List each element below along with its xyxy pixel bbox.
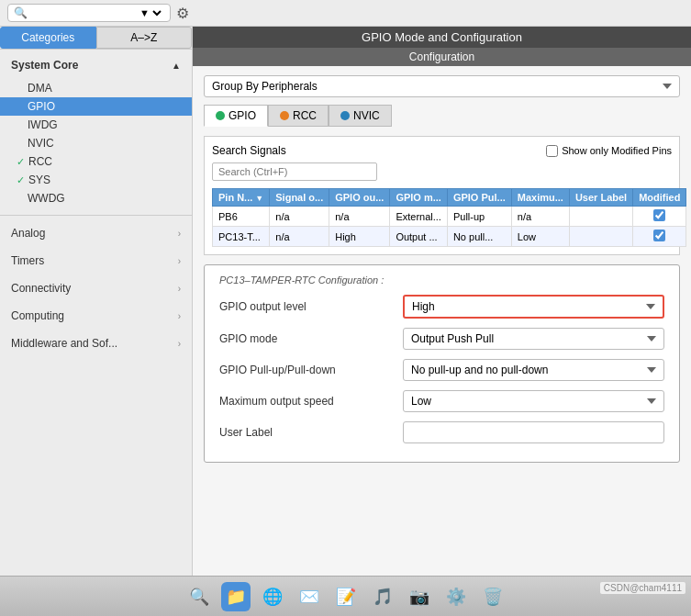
group-by-row: Group By Peripherals Group By IP (204, 75, 680, 97)
search-box[interactable]: 🔍 ▼ (7, 4, 171, 22)
sidebar-content: System Core ▲ DMA GPIO IWDG NVIC (0, 50, 192, 576)
gear-button[interactable]: ⚙ (176, 5, 189, 22)
config-section-title: PC13–TAMPER-RTC Configuration : (219, 274, 664, 286)
config-row-max-speed: Maximum output speed Low Medium High Ver… (219, 390, 664, 412)
tab-az[interactable]: A–>Z (96, 27, 193, 49)
computing-label: Computing (11, 309, 64, 322)
dock-photos[interactable]: 📷 (405, 582, 434, 611)
search-dropdown[interactable]: ▼ (136, 6, 164, 19)
sidebar-item-analog[interactable]: Analog › (0, 219, 192, 247)
divider-1 (0, 215, 192, 216)
middleware-arrow: › (178, 339, 181, 349)
col-modified[interactable]: Modified (633, 189, 686, 207)
user-label-label: User Label (219, 426, 403, 439)
connectivity-arrow: › (178, 284, 181, 294)
gpio-dot (216, 111, 225, 120)
pc13-config-section: PC13–TAMPER-RTC Configuration : GPIO out… (204, 264, 680, 463)
dock-browser[interactable]: 🌐 (258, 582, 287, 611)
col-signal[interactable]: Signal o... (270, 189, 329, 207)
group-by-select[interactable]: Group By Peripherals Group By IP (204, 75, 680, 97)
cell-gpio-mode-1: External... (390, 207, 448, 227)
sidebar-item-computing[interactable]: Computing › (0, 302, 192, 330)
cell-modified-2 (633, 227, 686, 247)
show-modified-label: Show only Modified Pins (562, 145, 672, 156)
col-gpio-mode[interactable]: GPIO m... (390, 189, 448, 207)
dock-folder[interactable]: 📁 (221, 582, 251, 611)
panel-title: GPIO Mode and Configuration (193, 27, 691, 48)
dock-trash[interactable]: 🗑️ (478, 582, 507, 611)
dock-mail[interactable]: ✉️ (295, 582, 324, 611)
output-level-select[interactable]: High Low (403, 295, 664, 319)
wwdg-label: WWDG (28, 192, 65, 205)
system-core-label: System Core (11, 59, 78, 72)
gpio-label: GPIO (28, 100, 55, 113)
iwdg-label: IWDG (28, 118, 58, 131)
cell-gpio-pull-2: No pull... (447, 227, 511, 247)
sidebar-item-iwdg[interactable]: IWDG (0, 116, 192, 134)
sidebar-item-connectivity[interactable]: Connectivity › (0, 274, 192, 302)
sidebar-tabs: Categories A–>Z (0, 27, 192, 50)
table-row[interactable]: PC13-T... n/a High Output ... No pull...… (213, 227, 686, 247)
cell-gpio-out-2: High (329, 227, 390, 247)
dock-settings[interactable]: ⚙️ (441, 582, 471, 611)
tab-gpio-label: GPIO (228, 109, 256, 122)
sidebar-item-gpio[interactable]: GPIO (0, 97, 192, 116)
sys-check: ✓ (17, 174, 25, 186)
timers-label: Timers (11, 254, 44, 267)
tab-rcc[interactable]: RCC (268, 105, 329, 127)
tab-categories[interactable]: Categories (0, 27, 96, 49)
dock: 🔍 📁 🌐 ✉️ 📝 🎵 📷 ⚙️ 🗑️ (0, 576, 691, 616)
show-modified-checkbox[interactable] (546, 145, 558, 157)
dock-finder[interactable]: 🔍 (184, 582, 214, 611)
sidebar-item-dma[interactable]: DMA (0, 79, 192, 97)
gpio-mode-label: GPIO mode (219, 332, 403, 345)
search-input[interactable] (31, 6, 132, 19)
cell-max-speed-1: n/a (511, 207, 569, 227)
config-content: Group By Peripherals Group By IP GPIO RC… (193, 66, 691, 576)
user-label-input[interactable] (403, 421, 664, 443)
tab-nvic[interactable]: NVIC (329, 105, 392, 127)
cell-modified-1 (633, 207, 686, 227)
system-core-items: DMA GPIO IWDG NVIC ✓ RCC (0, 75, 192, 211)
col-gpio-pull[interactable]: GPIO Pul... (447, 189, 511, 207)
cell-pin-2: PC13-T... (213, 227, 270, 247)
config-row-gpio-mode: GPIO mode Output Push Pull Output Open D… (219, 328, 664, 350)
max-speed-select[interactable]: Low Medium High Very High (403, 390, 664, 412)
system-core-section: System Core ▲ DMA GPIO IWDG NVIC (0, 53, 192, 211)
col-pin[interactable]: Pin N... ▼ (213, 189, 270, 207)
dock-notes[interactable]: 📝 (331, 582, 361, 611)
col-max-speed[interactable]: Maximu... (511, 189, 569, 207)
signals-search-input[interactable] (212, 162, 377, 181)
table-header-row: Pin N... ▼ Signal o... GPIO ou... GPIO m… (213, 189, 686, 207)
dock-music[interactable]: 🎵 (368, 582, 397, 611)
sys-label: SYS (28, 174, 50, 186)
sidebar: Categories A–>Z System Core ▲ DMA GPIO (0, 27, 193, 576)
tab-gpio[interactable]: GPIO (204, 105, 268, 127)
system-core-header[interactable]: System Core ▲ (0, 53, 192, 75)
cell-signal-1: n/a (270, 207, 329, 227)
sidebar-item-sys[interactable]: ✓ SYS (0, 171, 192, 189)
sidebar-item-nvic[interactable]: NVIC (0, 134, 192, 152)
config-bar: Configuration (193, 48, 691, 66)
sidebar-item-middleware[interactable]: Middleware and Sof... › (0, 330, 192, 357)
nvic-dot (340, 111, 350, 120)
config-row-pullup: GPIO Pull-up/Pull-down No pull-up and no… (219, 359, 664, 381)
col-gpio-out[interactable]: GPIO ou... (329, 189, 390, 207)
conf-tabs: GPIO RCC NVIC (204, 105, 680, 127)
pullup-select[interactable]: No pull-up and no pull-down Pull-up Pull… (403, 359, 664, 381)
col-user-label[interactable]: User Label (569, 189, 632, 207)
signals-section: Search Signals Show only Modified Pins P… (204, 136, 680, 255)
sidebar-item-timers[interactable]: Timers › (0, 247, 192, 274)
top-bar: 🔍 ▼ ⚙ (0, 0, 691, 27)
cell-user-label-2 (569, 227, 632, 247)
output-level-label: GPIO output level (219, 300, 403, 313)
sidebar-item-wwdg[interactable]: WWDG (0, 189, 192, 207)
table-row[interactable]: PB6 n/a n/a External... Pull-up n/a (213, 207, 686, 227)
gpio-mode-select[interactable]: Output Push Pull Output Open Drain (403, 328, 664, 350)
nvic-label: NVIC (28, 137, 54, 150)
system-core-chevron: ▲ (172, 61, 181, 71)
sidebar-item-rcc[interactable]: ✓ RCC (0, 152, 192, 171)
cell-gpio-mode-2: Output ... (390, 227, 448, 247)
show-modified-row: Show only Modified Pins (546, 145, 672, 157)
signals-title: Search Signals (212, 144, 286, 157)
